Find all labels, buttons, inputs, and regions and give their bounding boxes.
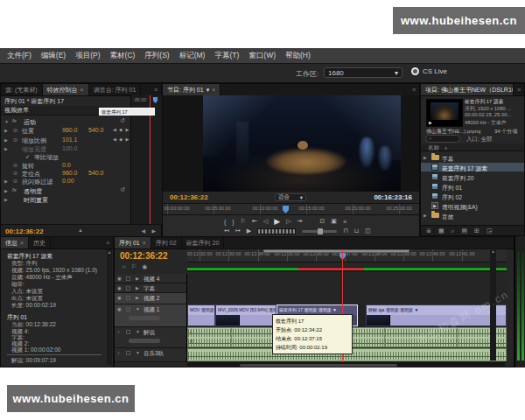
track-display-style[interactable]: [129, 316, 160, 320]
stopwatch-icon[interactable]: ⊙: [13, 127, 18, 133]
close-icon[interactable]: ×: [20, 240, 24, 246]
list-view-icon[interactable]: ≣: [426, 228, 431, 234]
new-item-icon[interactable]: ⊞: [474, 228, 480, 234]
new-bin-icon[interactable]: ▤: [461, 228, 467, 234]
stopwatch-icon[interactable]: ⊙: [13, 178, 18, 184]
effect-group-opacity[interactable]: ▶ fx 透明度 ↺: [1, 186, 130, 195]
timeline-hscrollbar[interactable]: [187, 363, 505, 368]
eye-icon[interactable]: ◉: [117, 276, 122, 281]
param-value[interactable]: 0.0: [62, 162, 71, 168]
jump-out-button[interactable]: ⇥: [298, 218, 303, 225]
tab-sequence-01[interactable]: 序列 01 ×: [115, 237, 151, 248]
jump-in-button[interactable]: ⇤: [252, 218, 257, 225]
project-item-sequence[interactable]: 嵌套序列 20: [421, 172, 524, 181]
tab-project[interactable]: 项目: 佛山番王书NEW（DSLR1080p2: [421, 84, 514, 95]
trash-icon[interactable]: ◲: [486, 228, 493, 234]
project-item-video[interactable]: ▶ 透明视频(&A): [421, 201, 524, 210]
triangle-down-icon[interactable]: ▼: [4, 119, 9, 124]
menu-help[interactable]: 帮助(H): [285, 51, 311, 61]
play-button[interactable]: ▶: [274, 217, 280, 226]
mini-playhead-icon[interactable]: [153, 97, 158, 103]
param-value[interactable]: 540.0: [88, 170, 104, 176]
mini-clip-bar[interactable]: 嵌套序列 17: [99, 108, 155, 116]
track-header-titles[interactable]: ◉ ▶ 字幕: [115, 284, 187, 293]
lock-icon[interactable]: [126, 330, 130, 334]
timeline-current-timecode[interactable]: 00:12:36:22: [120, 251, 167, 261]
goto-out-button[interactable]: }: [232, 219, 234, 225]
program-current-timecode[interactable]: 00:12:36:22: [170, 193, 208, 201]
eye-icon[interactable]: ◉: [117, 285, 122, 290]
track-display-style[interactable]: [129, 339, 160, 343]
mark-in-button[interactable]: ↤: [224, 228, 229, 234]
track-header-video2[interactable]: ◉ ▶ 视频 2: [115, 293, 187, 304]
speaker-icon[interactable]: ♪: [117, 350, 120, 355]
zoom-fit-select[interactable]: 适合 ▾: [275, 193, 306, 201]
eye-icon[interactable]: ◉: [117, 306, 122, 312]
play-in-out-button[interactable]: ▶: [247, 228, 251, 234]
effect-current-timecode[interactable]: 00:12:36:22: [5, 228, 44, 235]
lock-icon[interactable]: [126, 286, 130, 290]
panel-menu-icon[interactable]: ≡: [514, 84, 524, 95]
keyframe-nav-icons[interactable]: ◀ ◆ ▶: [113, 136, 130, 142]
triangle-down-icon[interactable]: ▼: [136, 350, 140, 355]
triangle-down-icon[interactable]: ▼: [136, 329, 140, 334]
stopwatch-icon[interactable]: ⊙: [13, 170, 18, 176]
triangle-right-icon[interactable]: ▶: [4, 178, 8, 184]
tab-program-monitor[interactable]: 节目: 序列 01 ▾ ×: [163, 84, 220, 95]
triangle-right-icon[interactable]: ▶: [136, 295, 139, 300]
icon-view-icon[interactable]: ▦: [438, 228, 444, 234]
project-item-sequence[interactable]: 序列 02: [421, 192, 524, 200]
speaker-icon[interactable]: ♪: [117, 329, 120, 334]
triangle-right-icon[interactable]: ▶: [4, 188, 8, 193]
triangle-right-icon[interactable]: ▶: [4, 146, 8, 151]
project-filter-label[interactable]: 入口: 全部: [466, 136, 493, 144]
triangle-right-icon[interactable]: ▶: [4, 137, 8, 143]
output-settings-button[interactable]: ≡: [343, 219, 346, 225]
mark-out-button[interactable]: ↦: [235, 228, 241, 234]
tab-source-monitor[interactable]: 源: (无素材): [1, 84, 43, 95]
track-content-video2[interactable]: [187, 293, 507, 305]
track-header-narration[interactable]: ♪ ▼ 解说: [115, 327, 187, 348]
menu-edit[interactable]: 编辑(E): [41, 51, 66, 61]
menu-title[interactable]: 字幕(T): [214, 51, 239, 61]
param-value[interactable]: 960.0: [62, 170, 78, 176]
effect-group-motion[interactable]: ▼ fx 运动 ↺: [1, 117, 130, 126]
timeline-clip[interactable]: MVI_0009.MOV [50.94%] 透明度:透明度 ▼: [215, 304, 276, 326]
tab-info[interactable]: 信息 ×: [1, 237, 29, 248]
audio-meters-panel[interactable]: [514, 236, 525, 368]
jog-disk[interactable]: [257, 228, 296, 234]
project-preview-thumb[interactable]: ▶: [426, 99, 463, 127]
keyframe-nav-icons[interactable]: ◀ ◆ ▶: [113, 127, 130, 132]
lock-icon[interactable]: [126, 296, 130, 300]
track-header-video1[interactable]: ◉ ▼ 视频 1: [115, 304, 187, 327]
workspace-select[interactable]: 1680 ▾: [324, 67, 402, 78]
param-value[interactable]: 960.0: [62, 127, 78, 133]
program-playhead-icon[interactable]: [283, 206, 289, 214]
panel-menu-icon[interactable]: ≡: [102, 237, 113, 248]
lift-button[interactable]: ⊓: [343, 228, 347, 234]
close-icon[interactable]: ×: [143, 240, 146, 246]
lock-icon[interactable]: [126, 307, 130, 312]
menu-clip[interactable]: 素材(C): [110, 51, 136, 61]
triangle-right-icon[interactable]: ▶: [136, 285, 139, 290]
scroll-left-icon[interactable]: ◀: [141, 228, 145, 234]
triangle-right-icon[interactable]: ▶: [4, 197, 8, 202]
stopwatch-icon[interactable]: ⊙: [13, 162, 18, 168]
tab-sequence-02[interactable]: 序列 02: [151, 237, 182, 248]
extract-button[interactable]: ⊔: [354, 228, 359, 234]
tab-history[interactable]: 历史: [29, 237, 51, 248]
timeline-vscrollbar[interactable]: ▲: [490, 248, 496, 360]
zoom-slider-icon[interactable]: ▲: [78, 228, 83, 233]
program-video-frame[interactable]: [203, 95, 401, 192]
menu-project[interactable]: 项目(P): [75, 51, 100, 61]
shuttle-slider[interactable]: [302, 230, 337, 233]
step-back-button[interactable]: ◁: [263, 218, 268, 225]
project-item-folder[interactable]: ▶ 字幕: [421, 153, 524, 162]
find-icon[interactable]: ⌕: [452, 228, 455, 234]
param-value[interactable]: 0.00: [62, 178, 74, 184]
step-forward-button[interactable]: ▷: [286, 218, 290, 225]
triangle-right-icon[interactable]: ▶: [424, 155, 427, 160]
chevron-down-icon[interactable]: ▾: [206, 87, 210, 94]
close-icon[interactable]: ×: [80, 87, 84, 93]
menu-sequence[interactable]: 序列(S): [144, 51, 169, 61]
